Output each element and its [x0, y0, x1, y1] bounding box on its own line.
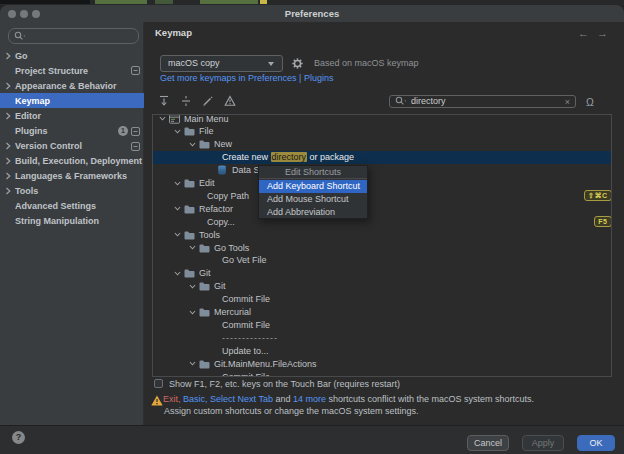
tree-group-tools[interactable]: Tools	[153, 228, 611, 241]
forward-arrow-icon[interactable]: →	[597, 27, 616, 39]
sidebar-item-plugins[interactable]: Plugins1	[0, 124, 144, 139]
sidebar-item-project-structure[interactable]: Project Structure	[0, 63, 144, 78]
help-button[interactable]: ?	[12, 431, 25, 444]
tree-group-file[interactable]: File	[153, 125, 611, 138]
apply-button[interactable]: Apply	[522, 435, 564, 451]
sidebar-item-appearance-behavior[interactable]: Appearance & Behavior	[0, 78, 144, 93]
folder-icon	[184, 178, 195, 188]
sidebar-item-go[interactable]: Go	[0, 48, 144, 63]
menu-item-add-keyboard-shortcut[interactable]: Add Keyboard Shortcut	[259, 180, 367, 193]
settings-tag-icon	[131, 127, 140, 138]
sidebar-item-editor[interactable]: Editor	[0, 108, 144, 123]
chevron-down-icon	[159, 115, 166, 122]
tree-action-data-sc[interactable]: Data Sc	[153, 164, 611, 177]
sidebar-item-keymap[interactable]: Keymap	[0, 93, 144, 108]
tree-action-copy[interactable]: Copy...F5	[153, 215, 611, 228]
keymap-dropdown[interactable]: macOS copy	[160, 55, 283, 72]
tree-group-git-mainmenu-fileactions[interactable]: Git.MainMenu.FileActions	[153, 357, 611, 370]
get-more-keymaps-link[interactable]: Get more keymaps in Preferences | Plugin…	[160, 73, 333, 83]
cancel-button[interactable]: Cancel	[467, 435, 509, 451]
tree-action-update-to[interactable]: Update to...	[153, 344, 611, 357]
conflicts-warning-icon[interactable]	[224, 95, 236, 107]
warning-text: Exit,	[163, 394, 181, 404]
database-icon	[217, 165, 228, 175]
tree-group-main-menu[interactable]: Main Menu	[153, 114, 611, 126]
background-fragment	[155, 0, 173, 4]
chevron-down-icon	[268, 62, 274, 66]
folder-icon	[184, 230, 195, 240]
tree-label: File	[199, 126, 214, 136]
touchbar-label: Show F1, F2, etc. keys on the Touch Bar …	[169, 379, 400, 389]
tree-label: Copy Path	[207, 191, 249, 201]
conflict-link[interactable]: Select Next Tab	[210, 394, 273, 404]
sidebar-item-label: String Manipulation	[0, 216, 99, 226]
tree-group-git[interactable]: Git	[153, 267, 611, 280]
tree-group-mercurial[interactable]: Mercurial	[153, 306, 611, 319]
shortcut-search-input[interactable]: directory ×	[389, 95, 576, 109]
clear-search-icon[interactable]: ×	[565, 97, 570, 107]
gear-icon[interactable]	[292, 58, 303, 69]
search-icon	[395, 96, 408, 106]
conflict-warning-line1: Exit, Basic, Select Next Tab and 14 more…	[163, 394, 534, 404]
page-title: Keymap	[155, 27, 192, 38]
chevron-right-icon	[5, 112, 12, 120]
screen: Preferences GoProject StructureAppearanc…	[0, 0, 624, 454]
tree-group-refactor[interactable]: Refactor	[153, 202, 611, 215]
sidebar-item-label: Editor	[15, 111, 41, 121]
tree-label: Commit File	[222, 294, 270, 304]
tree-group-edit[interactable]: Edit	[153, 177, 611, 190]
edit-shortcut-icon[interactable]	[202, 95, 214, 107]
chevron-down-icon	[174, 180, 181, 187]
sidebar-item-languages-frameworks[interactable]: Languages & Frameworks	[0, 169, 144, 184]
chevron-right-icon	[5, 157, 12, 165]
background-fragment	[260, 0, 267, 4]
tree-action-commit-file[interactable]: Commit File	[153, 370, 611, 377]
find-actions-by-shortcut-icon[interactable]: Ω	[586, 96, 594, 108]
background-fragment	[95, 0, 147, 4]
back-arrow-icon[interactable]: ←	[578, 27, 597, 39]
dialog-titlebar[interactable]: Preferences	[0, 5, 624, 22]
tree-label: Main Menu	[184, 114, 229, 124]
tree-action-create-new-directory-or-package[interactable]: Create new directory or package	[153, 151, 611, 164]
tree-action-commit-file[interactable]: Commit File	[153, 318, 611, 331]
menu-item-add-abbreviation[interactable]: Add Abbreviation	[259, 206, 367, 219]
tree-label: Commit File	[222, 320, 270, 330]
tree-action-copy-path[interactable]: Copy Path⇧⌘C	[153, 189, 611, 202]
tree-label: Go Vet File	[222, 255, 267, 265]
tree-label: Edit	[199, 178, 215, 188]
background-fragment	[0, 0, 90, 4]
dialog-footer: ? Cancel Apply OK	[0, 425, 624, 454]
sidebar-item-advanced-settings[interactable]: Advanced Settings	[0, 199, 144, 214]
tree-action-commit-file[interactable]: Commit File	[153, 293, 611, 306]
keymap-dropdown-value: macOS copy	[168, 58, 220, 68]
tree-group-git[interactable]: Git	[153, 280, 611, 293]
expand-all-icon[interactable]	[158, 95, 170, 107]
menu-item-add-mouse-shortcut[interactable]: Add Mouse Shortcut	[259, 193, 367, 206]
sidebar-item-label: Tools	[15, 186, 38, 196]
sidebar-item-string-manipulation[interactable]: String Manipulation	[0, 214, 144, 229]
tree-group-new[interactable]: New	[153, 138, 611, 151]
main-menu-icon	[169, 114, 180, 124]
based-on-label: Based on macOS keymap	[314, 58, 419, 68]
folder-icon	[199, 281, 210, 291]
sidebar-item-build-execution-deployment[interactable]: Build, Execution, Deployment	[0, 154, 144, 169]
conflict-link[interactable]: 14 more	[293, 394, 326, 404]
plugins-count-badge: 1	[118, 126, 128, 136]
touchbar-checkbox[interactable]	[154, 379, 163, 388]
tree-group-go-tools[interactable]: Go Tools	[153, 241, 611, 254]
tree-separator[interactable]: --------------	[153, 331, 611, 344]
search-value: directory	[411, 96, 446, 106]
preferences-dialog: Preferences GoProject StructureAppearanc…	[0, 5, 624, 454]
conflict-link[interactable]: Basic,	[183, 394, 208, 404]
ok-button[interactable]: OK	[577, 435, 615, 451]
tree-action-go-vet-file[interactable]: Go Vet File	[153, 254, 611, 267]
tree-label: Commit File	[222, 372, 270, 378]
chevron-right-icon	[5, 187, 12, 195]
sidebar-item-label: Advanced Settings	[0, 201, 96, 211]
sidebar-item-version-control[interactable]: Version Control	[0, 139, 144, 154]
tree-label: Mercurial	[214, 307, 251, 317]
search-match-highlight: directory	[271, 152, 308, 162]
sidebar-item-tools[interactable]: Tools	[0, 184, 144, 199]
collapse-all-icon[interactable]	[180, 95, 192, 107]
warning-icon	[151, 395, 163, 406]
